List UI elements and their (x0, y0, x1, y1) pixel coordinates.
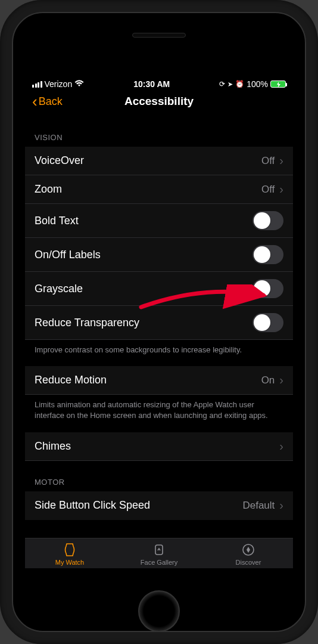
phone-inner: Verizon 10:30 AM ⟳ ➤ ⏰ 100% (12, 12, 306, 632)
row-label: Bold Text (35, 215, 79, 227)
row-grayscale[interactable]: Grayscale (25, 272, 293, 306)
row-value: Off (261, 155, 275, 167)
watch-icon (62, 542, 77, 558)
status-left: Verizon (32, 79, 84, 89)
chevron-right-icon: › (279, 373, 283, 387)
toggle-grayscale[interactable] (252, 279, 283, 298)
row-label: Side Button Click Speed (35, 499, 150, 512)
tab-label: Face Gallery (141, 559, 177, 566)
row-label: Grayscale (35, 283, 83, 295)
row-label: On/Off Labels (35, 249, 101, 261)
tab-bar: My Watch Face Gallery Discover (25, 538, 293, 568)
compass-icon (241, 542, 256, 558)
row-value: Off (261, 184, 275, 196)
row-value: On (261, 374, 275, 386)
row-reduce-transparency[interactable]: Reduce Transparency (25, 306, 293, 340)
phone-frame: Verizon 10:30 AM ⟳ ➤ ⏰ 100% (0, 0, 318, 644)
row-label: Reduce Motion (35, 374, 107, 386)
toggle-bold-text[interactable] (252, 211, 283, 230)
row-onoff-labels[interactable]: On/Off Labels (25, 238, 293, 272)
row-label: Zoom (35, 183, 62, 196)
face-gallery-icon (151, 542, 167, 558)
carrier-label: Verizon (45, 79, 73, 89)
chevron-right-icon: › (279, 439, 283, 453)
chevron-left-icon: ‹ (32, 94, 38, 109)
tab-discover[interactable]: Discover (204, 538, 293, 568)
status-right: ⟳ ➤ ⏰ 100% (219, 79, 286, 89)
row-label: Chimes (35, 440, 71, 453)
status-bar: Verizon 10:30 AM ⟳ ➤ ⏰ 100% (25, 76, 293, 90)
content-scroll[interactable]: VISION VoiceOver Off › Zoom Off › (25, 116, 293, 538)
back-button[interactable]: ‹ Back (32, 94, 63, 109)
clock: 10:30 AM (133, 79, 170, 89)
row-label: Reduce Transparency (35, 317, 139, 329)
row-bold-text[interactable]: Bold Text (25, 204, 293, 238)
back-label: Back (39, 95, 63, 108)
section-header-motor: MOTOR (25, 461, 293, 491)
speaker-slot (132, 33, 186, 38)
signal-icon (32, 81, 42, 88)
footer-transparency: Improve contrast on some backgrounds to … (25, 340, 293, 366)
row-label: VoiceOver (35, 154, 84, 167)
row-side-button-speed[interactable]: Side Button Click Speed Default › (25, 491, 293, 520)
toggle-reduce-transparency[interactable] (252, 313, 283, 332)
row-reduce-motion[interactable]: Reduce Motion On › (25, 366, 293, 395)
row-zoom[interactable]: Zoom Off › (25, 175, 293, 204)
page-title: Accessibility (124, 95, 194, 108)
svg-rect-0 (155, 545, 163, 555)
screen: Verizon 10:30 AM ⟳ ➤ ⏰ 100% (25, 76, 293, 568)
tab-label: My Watch (55, 559, 85, 566)
footer-motion: Limits animation and automatic resizing … (25, 395, 293, 432)
row-voiceover[interactable]: VoiceOver Off › (25, 147, 293, 175)
tab-face-gallery[interactable]: Face Gallery (114, 538, 204, 568)
section-header-vision: VISION (25, 116, 293, 147)
orientation-lock-icon: ⟳ (219, 80, 225, 88)
tab-my-watch[interactable]: My Watch (25, 538, 114, 568)
row-value: Default (242, 500, 275, 512)
nav-bar: ‹ Back Accessibility (25, 90, 293, 116)
tab-label: Discover (236, 559, 261, 566)
wifi-icon (74, 79, 84, 89)
battery-icon (270, 80, 286, 88)
toggle-onoff-labels[interactable] (252, 245, 283, 264)
alarm-icon: ⏰ (235, 80, 244, 88)
location-icon: ➤ (227, 80, 233, 88)
battery-pct: 100% (247, 79, 268, 89)
row-chimes[interactable]: Chimes › (25, 432, 293, 461)
chevron-right-icon: › (279, 154, 283, 168)
chevron-right-icon: › (279, 499, 283, 512)
home-button[interactable] (138, 590, 180, 632)
chevron-right-icon: › (279, 182, 283, 196)
